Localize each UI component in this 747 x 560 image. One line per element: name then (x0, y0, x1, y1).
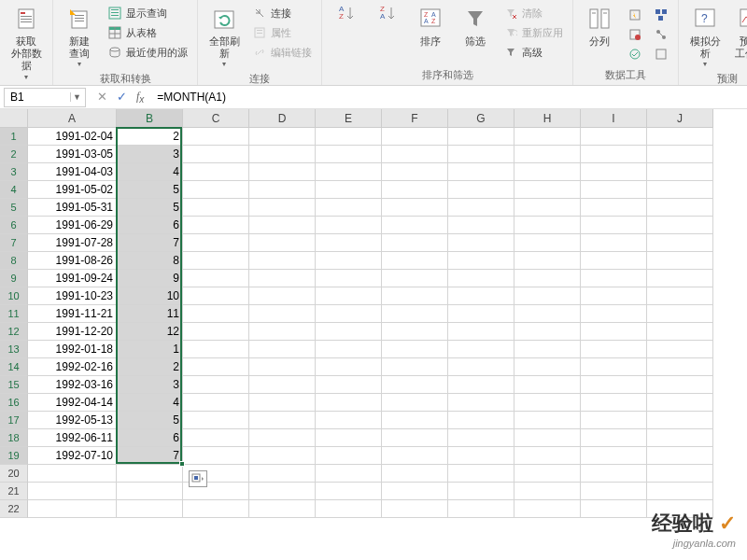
row-header[interactable]: 15 (0, 376, 28, 394)
cell[interactable] (183, 358, 249, 376)
cell[interactable]: 1992-04-14 (28, 394, 117, 412)
cell[interactable] (249, 500, 316, 518)
cell[interactable] (514, 341, 581, 358)
fill-handle[interactable] (179, 461, 185, 467)
cell[interactable]: 1991-08-26 (28, 252, 117, 270)
column-header[interactable]: G (448, 109, 514, 128)
cell[interactable] (249, 323, 316, 341)
cell[interactable] (183, 429, 249, 447)
cell[interactable] (647, 217, 713, 234)
cell[interactable]: 1991-05-02 (28, 181, 117, 199)
cell[interactable] (183, 128, 249, 146)
cell[interactable] (514, 500, 581, 518)
cell[interactable]: 1991-10-23 (28, 287, 117, 305)
cell[interactable] (448, 447, 514, 465)
cell[interactable] (382, 429, 448, 447)
cell[interactable] (249, 181, 316, 199)
cell[interactable] (316, 358, 382, 376)
cell[interactable] (647, 358, 713, 376)
cell[interactable] (382, 287, 448, 305)
cell[interactable]: 5 (117, 412, 183, 429)
cell[interactable]: 1992-07-10 (28, 447, 117, 465)
cell[interactable] (448, 465, 514, 483)
cell[interactable]: 7 (117, 447, 183, 465)
text-to-columns-button[interactable]: 分列 (577, 2, 622, 49)
cell[interactable] (316, 217, 382, 234)
cell[interactable]: 6 (117, 429, 183, 447)
row-header[interactable]: 9 (0, 270, 28, 287)
formula-input[interactable] (151, 91, 747, 104)
row-header[interactable]: 1 (0, 128, 28, 146)
cell[interactable] (117, 465, 183, 483)
cell[interactable] (448, 341, 514, 358)
cell[interactable] (382, 234, 448, 252)
column-header[interactable]: I (581, 109, 647, 128)
column-header[interactable]: E (316, 109, 382, 128)
row-header[interactable]: 6 (0, 217, 28, 234)
from-table-button[interactable]: 从表格 (104, 23, 191, 42)
cell[interactable] (249, 394, 316, 412)
cell[interactable] (249, 234, 316, 252)
row-header[interactable]: 8 (0, 252, 28, 270)
cell[interactable] (183, 270, 249, 287)
cell[interactable] (581, 128, 647, 146)
cell[interactable] (183, 287, 249, 305)
cell[interactable] (448, 412, 514, 429)
cell[interactable] (249, 146, 316, 163)
cell[interactable] (249, 412, 316, 429)
cell[interactable] (316, 199, 382, 217)
cell[interactable] (249, 447, 316, 465)
column-header[interactable]: J (647, 109, 713, 128)
cell[interactable] (448, 394, 514, 412)
cell[interactable]: 1991-09-24 (28, 270, 117, 287)
cell[interactable] (448, 234, 514, 252)
cell[interactable] (183, 341, 249, 358)
cell[interactable] (514, 287, 581, 305)
row-header[interactable]: 18 (0, 429, 28, 447)
cell[interactable] (183, 500, 249, 518)
row-header[interactable]: 3 (0, 163, 28, 181)
enter-formula-icon[interactable]: ✓ (117, 90, 127, 104)
cell[interactable] (183, 394, 249, 412)
cell[interactable] (647, 146, 713, 163)
name-box-input[interactable] (5, 91, 70, 104)
cell[interactable]: 2 (117, 358, 183, 376)
cell[interactable] (382, 376, 448, 394)
cell[interactable]: 2 (117, 128, 183, 146)
fx-icon[interactable]: fx (136, 90, 144, 105)
cell[interactable] (316, 500, 382, 518)
cell[interactable] (448, 305, 514, 323)
cell[interactable] (382, 181, 448, 199)
row-header[interactable]: 19 (0, 447, 28, 465)
show-queries-button[interactable]: 显示查询 (104, 4, 191, 22)
cell[interactable]: 1992-02-16 (28, 358, 117, 376)
cell[interactable] (316, 234, 382, 252)
cell[interactable] (581, 146, 647, 163)
cell[interactable] (28, 465, 117, 483)
cell[interactable] (514, 181, 581, 199)
cell[interactable] (581, 234, 647, 252)
cell[interactable] (581, 163, 647, 181)
cell[interactable] (514, 146, 581, 163)
cell[interactable] (382, 447, 448, 465)
autofill-options-button[interactable] (189, 470, 207, 487)
row-header[interactable]: 13 (0, 341, 28, 358)
cell[interactable] (382, 128, 448, 146)
cells-area[interactable]: 1991-02-0421991-03-0531991-04-0341991-05… (28, 128, 713, 518)
cell[interactable]: 1991-12-20 (28, 323, 117, 341)
cell[interactable]: 7 (117, 234, 183, 252)
cell[interactable] (514, 252, 581, 270)
data-validation-button[interactable] (624, 45, 646, 63)
cell[interactable] (249, 128, 316, 146)
cell[interactable] (581, 394, 647, 412)
cell[interactable]: 1991-11-21 (28, 305, 117, 323)
column-header[interactable]: H (514, 109, 581, 128)
cell[interactable] (316, 128, 382, 146)
cell[interactable]: 3 (117, 146, 183, 163)
cell[interactable] (448, 376, 514, 394)
column-header[interactable]: D (249, 109, 316, 128)
refresh-all-button[interactable]: 全部刷新 ▾ (202, 2, 247, 70)
cell[interactable]: 1992-06-11 (28, 429, 117, 447)
cell[interactable] (316, 163, 382, 181)
cell[interactable] (249, 270, 316, 287)
